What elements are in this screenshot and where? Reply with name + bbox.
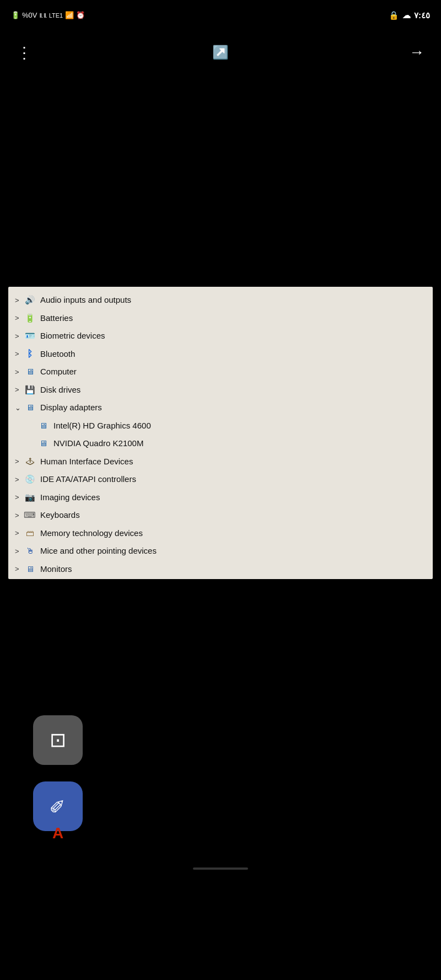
display-icon: 🖥: [24, 403, 36, 413]
device-label: Batteries: [40, 312, 73, 325]
action-bar: ⋮ ↗️ →: [0, 30, 441, 74]
battery-icon: 🔋: [11, 11, 20, 19]
imaging-icon: 📷: [24, 492, 36, 502]
list-item[interactable]: > 📷 Imaging devices: [8, 489, 433, 507]
display-adapters-item[interactable]: ⌄ 🖥 Display adapters: [8, 399, 433, 417]
red-letter-overlay: A: [52, 824, 63, 842]
list-item[interactable]: > 🖥 Computer: [8, 363, 433, 381]
chevron-icon: >: [15, 384, 24, 395]
mice-icon: 🖱: [24, 546, 36, 556]
memory-icon: 🗃: [24, 528, 36, 538]
intel-graphics-label: Intel(R) HD Graphics 4600: [53, 420, 151, 432]
keyboard-icon: ⌨: [24, 510, 36, 520]
device-label: IDE ATA/ATAPI controllers: [40, 473, 136, 486]
chevron-icon: >: [15, 474, 24, 485]
list-item[interactable]: > 💿 IDE ATA/ATAPI controllers: [8, 470, 433, 489]
list-item[interactable]: > 🗃 Memory technology devices: [8, 524, 433, 543]
chevron-icon: >: [15, 367, 24, 378]
menu-button[interactable]: ⋮: [17, 44, 32, 62]
list-item[interactable]: 🖥 NVIDIA Quadro K2100M: [8, 435, 433, 453]
pencil-icon: ✏: [44, 792, 72, 821]
chevron-icon: >: [15, 349, 24, 360]
device-label: Keyboards: [40, 509, 80, 522]
device-label: Monitors: [40, 563, 72, 576]
biometric-icon: 🪪: [24, 331, 36, 341]
status-text: %0V: [22, 11, 37, 19]
device-list: > 🔊 Audio inputs and outputs > 🔋 Batteri…: [8, 287, 433, 579]
display-label: Display adapters: [40, 401, 102, 414]
device-label: Imaging devices: [40, 491, 100, 504]
share-button[interactable]: ↗️: [212, 45, 229, 60]
audio-icon: 🔊: [24, 295, 36, 305]
device-label: Disk drives: [40, 384, 80, 397]
time-display: ٧:٤٥: [414, 10, 430, 20]
chevron-icon: >: [15, 510, 24, 521]
bluetooth-item[interactable]: > ᛒ Bluetooth: [8, 345, 433, 363]
chevron-icon: >: [15, 528, 24, 539]
chevron-icon: >: [15, 313, 24, 324]
monitors-icon: 🖥: [24, 564, 36, 574]
device-label: Mice and other pointing devices: [40, 545, 157, 558]
hid-icon: 🕹: [24, 457, 36, 467]
list-item[interactable]: > 🔋 Batteries: [8, 309, 433, 328]
signal-icon: Il. Il.: [39, 12, 46, 19]
screenshot-icon: ⊡: [50, 729, 66, 752]
battery-device-icon: 🔋: [24, 313, 36, 323]
list-item[interactable]: > ⌨ Keyboards: [8, 506, 433, 524]
screenshot-button[interactable]: ⊡: [33, 715, 83, 765]
disk-icon: 💾: [24, 385, 36, 395]
cloud-icon: ☁: [402, 10, 411, 20]
nvidia-icon: 🖥: [37, 438, 49, 448]
lock-icon: 🔒: [389, 10, 399, 20]
list-item[interactable]: > 🕹 Human Interface Devices: [8, 453, 433, 471]
list-item[interactable]: > 🪪 Biometric devices: [8, 327, 433, 345]
device-label: Human Interface Devices: [40, 456, 133, 468]
ide-icon: 💿: [24, 474, 36, 484]
chevron-icon: >: [15, 295, 24, 306]
scroll-indicator: [193, 867, 248, 870]
intel-graphics-icon: 🖥: [37, 421, 49, 431]
chevron-icon: >: [15, 546, 24, 557]
device-label: Audio inputs and outputs: [40, 294, 131, 307]
list-item[interactable]: 🖥 Intel(R) HD Graphics 4600: [8, 417, 433, 435]
computer-icon: 🖥: [24, 367, 36, 377]
chevron-icon: >: [15, 492, 24, 503]
device-label: Computer: [40, 366, 77, 378]
list-item[interactable]: > 🌐 Network adapters: [8, 578, 433, 579]
device-label: Biometric devices: [40, 330, 105, 342]
lte-text: LTE1: [49, 12, 63, 19]
device-manager-panel: > 🔊 Audio inputs and outputs > 🔋 Batteri…: [8, 287, 433, 579]
forward-button[interactable]: →: [409, 44, 424, 61]
device-label: Memory technology devices: [40, 527, 143, 540]
chevron-icon: >: [15, 564, 24, 575]
wifi-icon: 📶: [65, 11, 74, 19]
bluetooth-icon: ᛒ: [24, 349, 36, 359]
status-bar: 🔋 %0V Il. Il. LTE1 📶 ⏰ 🔒 ☁ ٧:٤٥: [0, 0, 441, 30]
list-item[interactable]: > 🖱 Mice and other pointing devices: [8, 542, 433, 560]
alarm-icon: ⏰: [76, 11, 85, 19]
list-item[interactable]: > 🖥 Monitors: [8, 560, 433, 579]
list-item[interactable]: > 🔊 Audio inputs and outputs: [8, 291, 433, 309]
list-item[interactable]: > 💾 Disk drives: [8, 381, 433, 399]
chevron-icon: >: [15, 456, 24, 467]
bluetooth-label: Bluetooth: [40, 348, 75, 361]
chevron-icon: >: [15, 331, 24, 342]
edit-button[interactable]: ✏: [33, 781, 83, 831]
nvidia-label: NVIDIA Quadro K2100M: [53, 437, 143, 450]
chevron-down-icon: ⌄: [15, 403, 24, 414]
status-right: 🔒 ☁ ٧:٤٥: [389, 10, 430, 20]
status-left: 🔋 %0V Il. Il. LTE1 📶 ⏰: [11, 11, 85, 19]
